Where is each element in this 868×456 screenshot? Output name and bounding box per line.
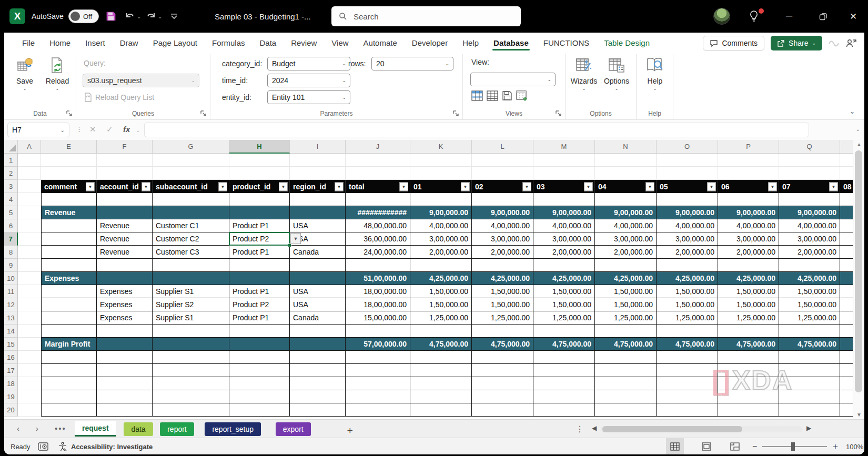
zoom-in-button[interactable]: ＋ <box>831 438 840 454</box>
filter-icon-subaccount_id[interactable]: ▼ <box>218 182 227 191</box>
cell-G1[interactable] <box>153 154 229 167</box>
cell-L2[interactable] <box>472 167 533 180</box>
ribbon-tab-page-layout[interactable]: Page Layout <box>147 34 204 52</box>
cell-H9[interactable] <box>229 259 290 272</box>
cell-J1[interactable] <box>346 154 410 167</box>
table-header-07[interactable]: 07▼ <box>779 180 840 193</box>
cell-M16[interactable] <box>533 351 595 364</box>
cell-O16[interactable] <box>657 351 718 364</box>
cell-M7[interactable]: 3,00,000.00 <box>533 232 595 246</box>
cell-K1[interactable] <box>410 154 472 167</box>
cell-H18[interactable] <box>229 377 290 390</box>
cell-O6[interactable]: 4,00,000.00 <box>657 219 718 232</box>
cell-K13[interactable]: 1,25,000.00 <box>410 311 472 325</box>
cell-K15[interactable]: 4,75,000.00 <box>410 338 472 351</box>
cell-R14[interactable] <box>840 325 853 338</box>
view-grid-icon[interactable] <box>487 90 498 101</box>
cell-P5[interactable]: 9,00,000.00 <box>718 206 779 219</box>
cell-N9[interactable] <box>595 259 657 272</box>
cell-G5[interactable] <box>153 206 229 219</box>
cell-P20[interactable] <box>718 403 779 417</box>
cell-R9[interactable] <box>840 259 853 272</box>
filter-icon-account_id[interactable]: ▼ <box>142 182 150 191</box>
row-header-11[interactable]: 11 <box>4 285 18 298</box>
cell-Q14[interactable] <box>779 325 840 338</box>
cell-R17[interactable] <box>840 364 853 377</box>
cell-M1[interactable] <box>533 154 595 167</box>
cell-I12[interactable]: USA <box>290 298 346 311</box>
cell-I13[interactable]: Canada <box>290 311 346 325</box>
cell-L8[interactable]: 2,00,000.00 <box>472 246 533 259</box>
zoom-out-button[interactable]: − <box>752 438 757 454</box>
cell-J14[interactable] <box>346 325 410 338</box>
cell-M18[interactable] <box>533 377 595 390</box>
cell-E4[interactable] <box>41 193 97 206</box>
table-header-04[interactable]: 04▼ <box>595 180 657 193</box>
cell-E19[interactable] <box>41 390 97 403</box>
cell-I15[interactable] <box>290 338 346 351</box>
cell-K4[interactable] <box>410 193 472 206</box>
cell-R10[interactable]: 4,25,000.00 <box>840 272 853 285</box>
cell-G18[interactable] <box>153 377 229 390</box>
cell-M2[interactable] <box>533 167 595 180</box>
cell-I20[interactable] <box>290 403 346 417</box>
cancel-icon[interactable]: ✕ <box>89 125 96 134</box>
cell-E5[interactable]: Revenue <box>41 206 97 219</box>
cell-N12[interactable]: 1,50,000.00 <box>595 298 657 311</box>
cell-F1[interactable] <box>97 154 153 167</box>
column-header-K[interactable]: K <box>410 140 472 154</box>
cell-O8[interactable]: 2,00,000.00 <box>657 246 718 259</box>
cell-Q15[interactable]: 4,75,000.00 <box>779 338 840 351</box>
row-header-14[interactable]: 14 <box>4 325 18 338</box>
cell-P8[interactable]: 2,00,000.00 <box>718 246 779 259</box>
cell-K20[interactable] <box>410 403 472 417</box>
cell-G8[interactable]: Customer C3 <box>153 246 229 259</box>
filter-icon-total[interactable]: ▼ <box>399 182 408 191</box>
column-header-E[interactable]: E <box>41 140 97 154</box>
cell-M8[interactable]: 2,00,000.00 <box>533 246 595 259</box>
cell-O1[interactable] <box>657 154 718 167</box>
cell-K7[interactable]: 3,00,000.00 <box>410 232 472 246</box>
collapse-ribbon-chevron[interactable]: ⌄ <box>850 108 855 115</box>
cell-K16[interactable] <box>410 351 472 364</box>
cell-F19[interactable] <box>97 390 153 403</box>
filter-icon-05[interactable]: ▼ <box>707 182 716 191</box>
cell-G4[interactable] <box>153 193 229 206</box>
cell-O13[interactable]: 1,25,000.00 <box>657 311 718 325</box>
tabbar-overflow-dots[interactable]: ⋮ <box>576 424 584 434</box>
cell-Q19[interactable] <box>779 390 840 403</box>
cell-J9[interactable] <box>346 259 410 272</box>
ribbon-tab-help[interactable]: Help <box>456 34 485 52</box>
cell-K2[interactable] <box>410 167 472 180</box>
cell-R2[interactable] <box>840 167 853 180</box>
cell-L11[interactable]: 1,50,000.00 <box>472 285 533 298</box>
cell-N11[interactable]: 1,50,000.00 <box>595 285 657 298</box>
cell-P18[interactable] <box>718 377 779 390</box>
comments-button[interactable]: Comments <box>703 36 764 50</box>
row-header-5[interactable]: 5 <box>4 206 18 219</box>
cell-N8[interactable]: 2,00,000.00 <box>595 246 657 259</box>
cell-A20[interactable] <box>18 403 41 417</box>
cell-N5[interactable]: 9,00,000.00 <box>595 206 657 219</box>
cell-K12[interactable]: 1,50,000.00 <box>410 298 472 311</box>
cell-J8[interactable]: 24,00,000.00 <box>346 246 410 259</box>
cell-J13[interactable]: 15,00,000.00 <box>346 311 410 325</box>
cell-N2[interactable] <box>595 167 657 180</box>
cell-L7[interactable]: 3,00,000.00 <box>472 232 533 246</box>
column-header-P[interactable]: P <box>718 140 779 154</box>
filter-icon-07[interactable]: ▼ <box>829 182 838 191</box>
zoom-slider-thumb[interactable] <box>791 442 795 451</box>
cell-G15[interactable] <box>153 338 229 351</box>
param-dropdown-rows[interactable]: 20⌄ <box>371 57 453 70</box>
cell-L1[interactable] <box>472 154 533 167</box>
cell-Q5[interactable]: 9,00,000.00 <box>779 206 840 219</box>
table-header-08[interactable]: 08▼ <box>840 180 853 193</box>
cell-G12[interactable]: Supplier S2 <box>153 298 229 311</box>
cell-P15[interactable]: 4,75,000.00 <box>718 338 779 351</box>
filter-icon-region_id[interactable]: ▼ <box>335 182 344 191</box>
cell-F6[interactable]: Revenue <box>97 219 153 232</box>
cell-A6[interactable] <box>18 219 41 232</box>
table-header-subaccount_id[interactable]: subaccount_id▼ <box>153 180 229 193</box>
cell-A2[interactable] <box>18 167 41 180</box>
cell-P6[interactable]: 4,00,000.00 <box>718 219 779 232</box>
